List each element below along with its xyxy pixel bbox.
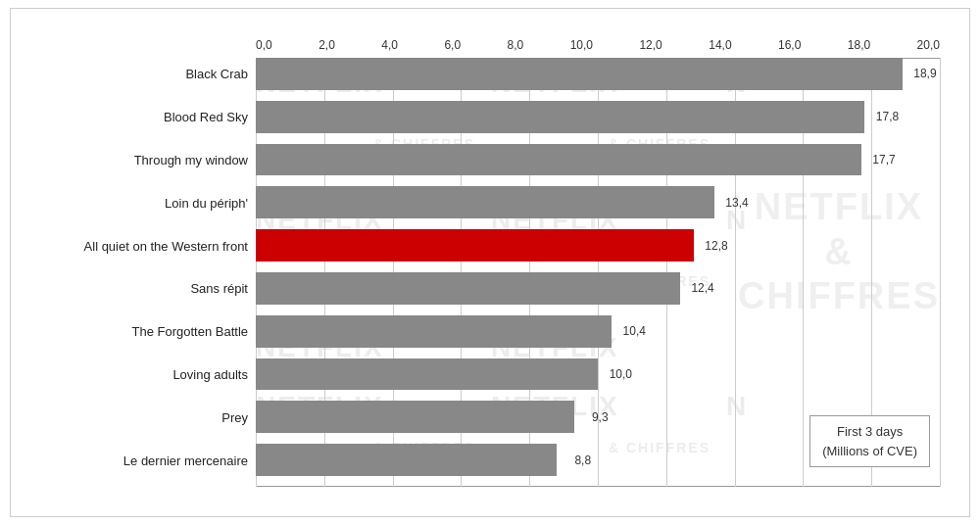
bar-highlighted: 12,8 bbox=[256, 229, 694, 262]
bar-row: Through my window17,7 bbox=[256, 144, 940, 176]
legend-box: First 3 days (Millions of CVE) bbox=[809, 415, 930, 467]
bar: 9,3 bbox=[256, 401, 574, 433]
bar-row-label: All quiet on the Western front bbox=[84, 238, 248, 253]
x-axis-label: 8,0 bbox=[508, 38, 524, 52]
bar-row-label: Loving adults bbox=[172, 367, 248, 382]
bar-value-label: 13,4 bbox=[725, 196, 748, 210]
bar: 17,8 bbox=[256, 101, 864, 133]
bar: 18,9 bbox=[256, 58, 903, 90]
bar-row-label: Loin du périph' bbox=[165, 195, 248, 210]
bar-value-label: 12,4 bbox=[691, 281, 713, 295]
bar-value-label: 17,8 bbox=[876, 110, 899, 123]
bar-row-label: Le dernier mercenaire bbox=[123, 453, 248, 467]
bar-row-label: Through my window bbox=[134, 153, 248, 167]
x-axis-label: 20,0 bbox=[917, 38, 940, 52]
bar: 13,4 bbox=[256, 186, 714, 218]
legend-line2: (Millions of CVE) bbox=[822, 444, 917, 458]
bar-row-label: The Forgotten Battle bbox=[131, 324, 248, 339]
bar: 10,4 bbox=[256, 315, 612, 348]
x-axis-labels: 0,02,04,06,08,010,012,014,016,018,020,0 bbox=[256, 38, 940, 52]
bar-value-label: 10,4 bbox=[623, 324, 646, 338]
bar: 8,8 bbox=[256, 444, 557, 476]
bar-row-label: Sans répit bbox=[190, 281, 248, 296]
chart-container: NETFLIX NETFLIX N & CHIFFRES & CHIFFRES … bbox=[10, 8, 970, 517]
x-axis-label: 4,0 bbox=[381, 38, 398, 52]
x-axis-label: 0,0 bbox=[256, 38, 272, 52]
x-axis-label: 12,0 bbox=[639, 38, 662, 52]
bar-row: Blood Red Sky17,8 bbox=[256, 101, 940, 133]
bar-value-label: 8,8 bbox=[574, 453, 591, 467]
x-axis-label: 16,0 bbox=[778, 38, 801, 52]
bar-value-label: 17,7 bbox=[872, 153, 895, 167]
x-axis-label: 14,0 bbox=[709, 38, 731, 52]
grid-line bbox=[940, 58, 941, 487]
x-axis-label: 2,0 bbox=[318, 38, 335, 52]
bar: 17,7 bbox=[256, 144, 861, 176]
bar-value-label: 18,9 bbox=[913, 67, 936, 80]
bar-row: All quiet on the Western front12,8 bbox=[256, 229, 940, 262]
bar: 10,0 bbox=[256, 358, 598, 391]
x-axis-label: 18,0 bbox=[848, 38, 870, 52]
bar-row: Black Crab18,9 bbox=[256, 58, 940, 90]
bar-row-label: Blood Red Sky bbox=[164, 110, 248, 124]
bar-row-label: Black Crab bbox=[185, 67, 248, 81]
bar-row-label: Prey bbox=[221, 409, 248, 424]
bar-value-label: 9,3 bbox=[592, 410, 609, 424]
bar: 12,4 bbox=[256, 272, 680, 305]
x-axis-label: 10,0 bbox=[570, 38, 593, 52]
chart-inner: 0,02,04,06,08,010,012,014,016,018,020,0 … bbox=[21, 38, 950, 497]
bar-value-label: 10,0 bbox=[610, 367, 632, 381]
x-axis-label: 6,0 bbox=[444, 38, 461, 52]
bar-row: Loin du périph'13,4 bbox=[256, 186, 940, 218]
bar-row: Sans répit12,4 bbox=[256, 272, 940, 305]
bar-value-label: 12,8 bbox=[705, 239, 727, 253]
bar-row: Loving adults10,0 bbox=[256, 358, 940, 391]
legend-line1: First 3 days bbox=[837, 424, 903, 439]
bar-row: The Forgotten Battle10,4 bbox=[256, 315, 940, 348]
